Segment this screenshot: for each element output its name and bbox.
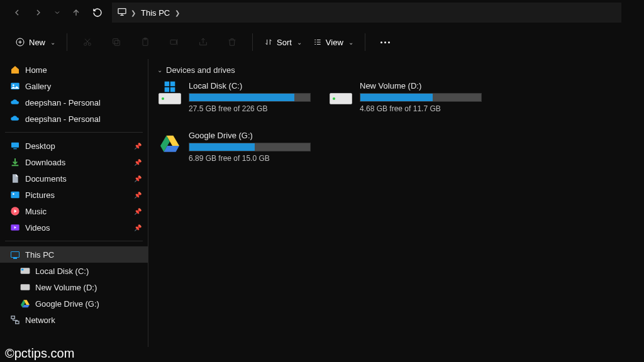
svg-rect-5 <box>113 39 118 44</box>
refresh-button[interactable] <box>87 3 108 23</box>
chevron-down-icon: ⌄ <box>50 39 55 46</box>
documents-icon <box>10 173 20 184</box>
sidebar-item-label: New Volume (D:) <box>35 283 142 292</box>
pin-icon: 📌 <box>134 159 142 166</box>
sidebar-item-onedrive-2[interactable]: deepshan - Personal <box>0 111 148 127</box>
svg-rect-22 <box>165 82 170 87</box>
monitor-icon <box>117 7 127 19</box>
drive-item-c[interactable]: Local Disk (C:) 27.5 GB free of 226 GB <box>157 81 311 113</box>
pin-icon: 📌 <box>134 208 142 215</box>
svg-point-10 <box>13 84 14 86</box>
onedrive-icon <box>10 97 20 107</box>
sidebar-item-local-disk[interactable]: Local Disk (C:) <box>0 263 148 279</box>
sort-button[interactable]: Sort ⌄ <box>260 31 306 53</box>
gallery-icon <box>10 81 20 91</box>
svg-point-14 <box>13 193 14 195</box>
hdd-icon <box>328 81 353 106</box>
view-button-label: View <box>326 38 343 47</box>
desktop-icon <box>10 141 20 151</box>
content-pane: ⌄ Devices and drives Local Disk (C:) <box>148 59 644 347</box>
sidebar-item-label: Desktop <box>25 141 129 151</box>
svg-rect-13 <box>11 192 19 199</box>
sidebar-item-home[interactable]: Home <box>0 62 148 78</box>
breadcrumb-this-pc[interactable]: This PC <box>140 8 171 18</box>
sidebar-item-onedrive-1[interactable]: deepshan - Personal <box>0 94 148 111</box>
view-button[interactable]: View ⌄ <box>309 31 357 53</box>
sidebar-item-label: deepshan - Personal <box>25 98 142 107</box>
cut-button[interactable] <box>75 31 100 53</box>
sidebar-item-label: Local Disk (C:) <box>35 266 142 276</box>
drive-used-fill <box>189 94 294 101</box>
sidebar-item-label: This PC <box>25 250 142 260</box>
more-icon <box>380 41 390 43</box>
pin-icon: 📌 <box>134 175 142 182</box>
divider <box>67 33 67 51</box>
windows-drive-icon <box>157 81 182 106</box>
breadcrumb[interactable]: ❯ This PC ❯ <box>112 3 621 23</box>
back-button[interactable] <box>6 3 28 23</box>
sidebar-item-label: Pictures <box>25 190 129 200</box>
copy-button[interactable] <box>104 31 129 53</box>
drive-capacity-bar <box>189 93 311 102</box>
recent-locations-button[interactable] <box>49 3 65 23</box>
forward-button[interactable] <box>28 3 49 23</box>
svg-rect-12 <box>13 148 16 149</box>
sidebar-item-label: Home <box>25 65 142 75</box>
sidebar-item-videos[interactable]: Videos 📌 <box>0 219 148 236</box>
sidebar-item-label: Music <box>25 207 129 216</box>
svg-rect-0 <box>118 8 126 13</box>
sidebar-item-network[interactable]: Network <box>0 312 148 328</box>
drive-capacity-bar <box>189 143 311 151</box>
sidebar-item-label: Network <box>25 315 142 325</box>
drive-icon <box>20 266 30 276</box>
addressbar: ❯ This PC ❯ <box>0 0 644 25</box>
pin-icon: 📌 <box>134 143 142 150</box>
svg-rect-25 <box>170 87 175 92</box>
new-button[interactable]: New ⌄ <box>11 31 59 53</box>
sidebar-item-music[interactable]: Music 📌 <box>0 203 148 219</box>
delete-button[interactable] <box>219 31 245 53</box>
drive-used-fill <box>189 143 255 151</box>
section-header-devices[interactable]: ⌄ Devices and drives <box>157 65 635 75</box>
svg-rect-11 <box>11 143 19 148</box>
divider <box>252 33 253 51</box>
sidebar-item-google-drive[interactable]: Google Drive (G:) <box>0 295 148 312</box>
chevron-right-icon: ❯ <box>127 9 140 16</box>
videos-icon <box>10 222 20 233</box>
sidebar-item-pictures[interactable]: Pictures 📌 <box>0 187 148 203</box>
downloads-icon <box>10 157 20 167</box>
drive-item-d[interactable]: New Volume (D:) 4.68 GB free of 11.7 GB <box>328 81 482 113</box>
sidebar-item-desktop[interactable]: Desktop 📌 <box>0 138 148 154</box>
drive-item-g[interactable]: Google Drive (G:) 6.89 GB free of 15.0 G… <box>157 131 311 163</box>
sidebar-item-label: Gallery <box>25 82 142 91</box>
sidebar-item-documents[interactable]: Documents 📌 <box>0 170 148 187</box>
drive-free-text: 27.5 GB free of 226 GB <box>189 104 311 113</box>
more-button[interactable] <box>373 31 398 53</box>
svg-rect-4 <box>114 40 119 45</box>
rename-button[interactable] <box>162 31 187 53</box>
drive-name: Google Drive (G:) <box>189 131 311 140</box>
sidebar-item-gallery[interactable]: Gallery <box>0 78 148 94</box>
sidebar-item-label: deepshan - Personal <box>25 114 142 124</box>
drive-free-text: 4.68 GB free of 11.7 GB <box>360 104 482 113</box>
pc-icon <box>10 250 20 260</box>
sidebar-item-downloads[interactable]: Downloads 📌 <box>0 154 148 170</box>
chevron-down-icon: ⌄ <box>348 39 353 46</box>
sidebar: Home Gallery deepshan - Personal deepsha… <box>0 59 148 347</box>
svg-rect-8 <box>170 40 176 45</box>
divider <box>5 132 143 133</box>
chevron-down-icon: ⌄ <box>297 39 302 46</box>
svg-rect-24 <box>165 87 170 92</box>
sidebar-item-this-pc[interactable]: This PC <box>0 246 148 263</box>
sidebar-item-label: Documents <box>25 174 129 184</box>
svg-rect-20 <box>11 316 14 319</box>
sidebar-item-label: Google Drive (G:) <box>35 299 142 309</box>
up-button[interactable] <box>65 3 87 23</box>
sidebar-item-new-volume[interactable]: New Volume (D:) <box>0 279 148 295</box>
svg-rect-18 <box>21 269 23 271</box>
sort-button-label: Sort <box>277 38 292 47</box>
chevron-down-icon: ⌄ <box>157 67 162 74</box>
gdrive-icon <box>20 299 30 309</box>
paste-button[interactable] <box>133 31 158 53</box>
share-button[interactable] <box>191 31 216 53</box>
